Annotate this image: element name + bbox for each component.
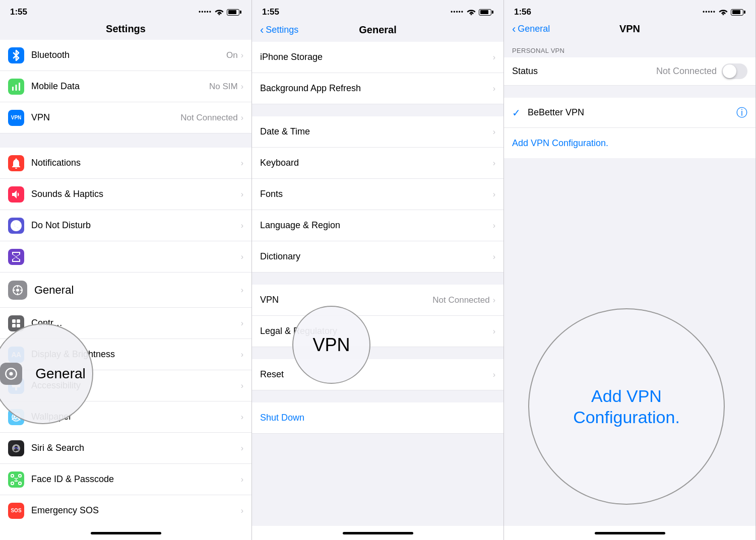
home-bar-3 [595,532,665,534]
bluetooth-content: Bluetooth On › [31,40,243,71]
siri-content: Siri & Search › [31,433,243,463]
status-bar-2: 1:55 ••••• [252,0,503,21]
control-right: › [241,319,243,328]
row-iphone-storage[interactable]: iPhone Storage › [252,42,503,73]
reset-label: Reset [260,369,284,380]
row-dictionary[interactable]: Dictionary › [252,241,503,273]
wallpaper-right: › [241,413,243,422]
reset-content: Reset › [260,359,495,390]
general-chevron: › [241,286,243,295]
row-dnd[interactable]: Do Not Disturb › [0,210,251,241]
row-keyboard[interactable]: Keyboard › [252,148,503,179]
siri-icon [8,440,24,456]
faceid-content: Face ID & Passcode › [31,464,243,495]
vpn-status-label: Status [512,66,656,77]
bluetooth-icon [8,47,24,63]
bluetooth-chevron: › [241,51,243,60]
time-1: 1:55 [10,7,27,17]
dnd-label: Do Not Disturb [31,220,91,231]
general-vpn-right: Not Connected › [432,295,495,305]
row-general[interactable]: General › [0,273,251,308]
mobiledata-content: Mobile Data No SIM › [31,71,243,102]
row-bluetooth[interactable]: Bluetooth On › [0,40,251,71]
row-language[interactable]: Language & Region › [252,210,503,241]
separator-6 [504,86,755,98]
row-notifications[interactable]: Notifications › [0,148,251,179]
bg-refresh-content: Background App Refresh › [260,73,495,104]
mobiledata-value: No SIM [209,82,238,92]
row-general-vpn[interactable]: VPN Not Connected › [252,285,503,316]
display-chevron: › [241,350,243,359]
wifi-icon-2 [467,8,476,17]
vpn-info-icon[interactable]: ⓘ [736,105,747,120]
dictionary-label: Dictionary [260,251,300,262]
general-header: ‹ Settings General [252,21,503,42]
general-right: › [241,286,243,295]
fonts-label: Fonts [260,189,283,199]
general-label: General [34,284,74,297]
row-bg-refresh[interactable]: Background App Refresh › [252,73,503,104]
separator-3 [252,273,503,285]
svg-point-22 [10,372,13,375]
row-fonts[interactable]: Fonts › [252,179,503,210]
general-vpn-label: VPN [260,295,279,305]
sos-chevron: › [241,506,243,515]
iphone-storage-chevron: › [493,53,495,62]
status-bar-1: 1:55 ••••• [0,0,251,21]
language-content: Language & Region › [260,210,495,241]
row-datetime[interactable]: Date & Time › [252,116,503,148]
general-icon [8,281,27,300]
dnd-content: Do Not Disturb › [31,210,243,241]
signal-icon-3: ••••• [703,9,716,16]
bg-refresh-chevron: › [493,84,495,93]
datetime-chevron: › [493,127,495,137]
back-to-general[interactable]: ‹ General [512,24,550,35]
fonts-chevron: › [493,190,495,199]
wifi-icon-3 [719,8,728,17]
home-indicator-3 [504,526,755,540]
row-sounds[interactable]: Sounds & Haptics › [0,179,251,210]
iphone-storage-content: iPhone Storage › [260,42,495,73]
settings-header: Settings [0,21,251,40]
row-mobiledata[interactable]: Mobile Data No SIM › [0,71,251,102]
svg-point-4 [16,289,19,292]
fonts-content: Fonts › [260,179,495,210]
row-vpn[interactable]: VPN VPN Not Connected › [0,102,251,133]
row-reset[interactable]: Reset › [252,359,503,390]
vpn-status-row[interactable]: Status Not Connected [504,57,755,86]
notifications-right: › [241,159,243,168]
row-sos[interactable]: SOS Emergency SOS › [0,495,251,526]
home-bar-1 [91,532,161,534]
row-screentime[interactable]: › [0,241,251,273]
back-to-settings[interactable]: ‹ Settings [260,25,298,36]
dnd-icon [8,218,24,234]
panel-settings: 1:55 ••••• Settings [0,0,252,540]
language-chevron: › [493,221,495,230]
datetime-label: Date & Time [260,126,310,137]
add-vpn-row[interactable]: Add VPN Configuration. [504,128,755,158]
time-2: 1:55 [262,7,279,17]
faceid-label: Face ID & Passcode [31,474,114,485]
circle-general-label: General [35,366,86,382]
language-label: Language & Region [260,220,340,231]
screentime-icon [8,249,24,265]
back-chevron-3: ‹ [512,24,516,35]
vpn-config-row[interactable]: ✓ BeBetter VPN ⓘ [504,98,755,128]
vpn-toggle[interactable] [722,63,747,79]
battery-icon-2 [479,9,493,16]
row-siri[interactable]: Siri & Search › [0,433,251,464]
row-faceid[interactable]: Face ID & Passcode › [0,464,251,495]
sounds-chevron: › [241,190,243,199]
notifications-label: Notifications [31,158,81,168]
row-shutdown[interactable]: Shut Down [252,402,503,434]
separator-1 [0,133,251,148]
general-vpn-chevron: › [493,296,495,305]
notifications-icon [8,155,24,171]
row-legal[interactable]: Legal & Regulatory › [252,316,503,347]
notifications-content: Notifications › [31,148,243,178]
separator-4 [252,347,503,359]
vpn-right: Not Connected › [180,113,243,123]
general-content: General › [34,273,243,307]
shutdown-label: Shut Down [260,413,304,423]
bluetooth-value: On [226,50,238,60]
